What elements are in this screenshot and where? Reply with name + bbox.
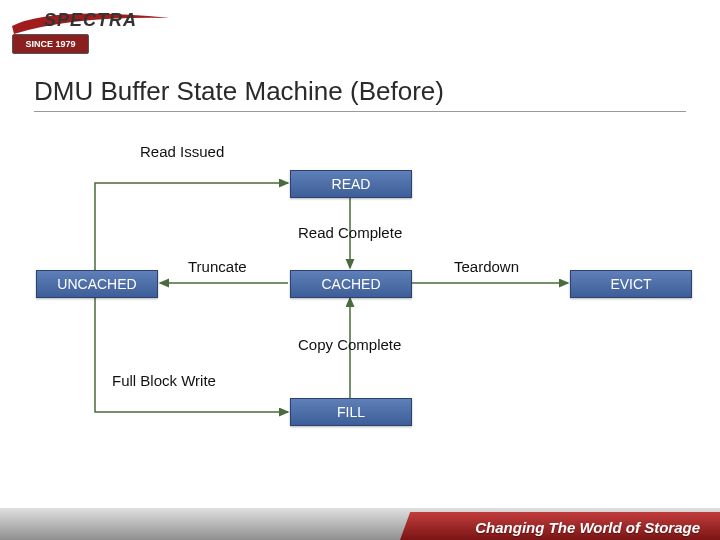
footer: Changing The World of Storage: [0, 498, 720, 540]
state-read: READ: [290, 170, 412, 198]
label-read-complete: Read Complete: [298, 224, 402, 241]
logo: SPECTRA SINCE 1979: [12, 8, 172, 58]
label-copy-complete: Copy Complete: [298, 336, 401, 353]
logo-badge: SINCE 1979: [12, 34, 89, 54]
state-cached: CACHED: [290, 270, 412, 298]
label-full-block-write: Full Block Write: [112, 372, 216, 389]
footer-tagline: Changing The World of Storage: [475, 519, 700, 536]
page-title: DMU Buffer State Machine (Before): [34, 76, 686, 112]
state-uncached: UNCACHED: [36, 270, 158, 298]
label-teardown: Teardown: [454, 258, 519, 275]
label-truncate: Truncate: [188, 258, 247, 275]
label-read-issued: Read Issued: [140, 143, 224, 160]
logo-text: SPECTRA: [44, 10, 137, 31]
state-evict: EVICT: [570, 270, 692, 298]
state-fill: FILL: [290, 398, 412, 426]
